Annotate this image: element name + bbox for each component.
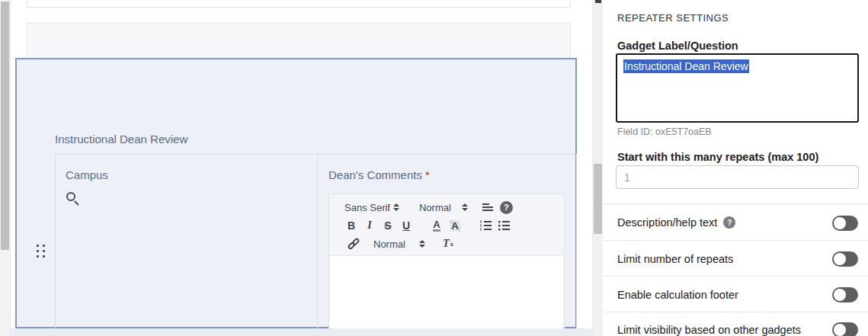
repeat-row: Campus Dean's Comments * Sans Serif Norm…	[55, 154, 577, 336]
font-picker[interactable]: Sans Serif	[344, 202, 390, 213]
bullet-list-icon[interactable]	[495, 218, 513, 233]
repeats-input[interactable]	[616, 165, 859, 189]
highlight-color-button[interactable]: A	[446, 218, 464, 233]
canvas-background	[11, 328, 592, 336]
search-icon[interactable]	[66, 192, 80, 206]
underline-button[interactable]: U	[397, 218, 415, 233]
toggle-limit-visibility[interactable]	[832, 322, 858, 336]
panel-scrollbar[interactable]	[592, 0, 603, 336]
divider	[603, 240, 868, 241]
editor-toolbar-row-1: Sans Serif Normal ?	[329, 198, 564, 216]
selected-repeater-gadget[interactable]: Instructional Dean Review Campus Dean's …	[15, 58, 577, 328]
repeater-settings-panel: REPEATER SETTINGS Gadget Label/Question …	[603, 0, 868, 336]
bold-button[interactable]: B	[342, 218, 360, 233]
campus-field-label: Campus	[66, 168, 108, 181]
repeater-label: Instructional Dean Review	[55, 133, 187, 146]
editor-toolbar-row-2: B I S U A A	[329, 216, 564, 235]
editor-toolbar-row-3: Normal Tx	[329, 235, 564, 253]
toggle-limit-number-of-repeats[interactable]	[832, 251, 858, 267]
size-picker[interactable]: Normal	[419, 202, 451, 213]
header-picker-arrows-icon[interactable]	[419, 240, 425, 248]
repeats-caption: Start with this many repeats (max 100)	[617, 151, 818, 163]
link-icon[interactable]	[344, 236, 363, 251]
gadget-label-caption: Gadget Label/Question	[617, 40, 738, 52]
comments-field-label: Dean's Comments *	[328, 168, 430, 181]
clear-formatting-button[interactable]: Tx	[439, 236, 457, 251]
toggle-label-limit-repeats: Limit number of repeats	[617, 253, 733, 265]
header-picker[interactable]: Normal	[373, 238, 405, 250]
panel-scrollbar-thumb[interactable]	[594, 164, 602, 234]
toggle-label-calculation-footer: Enable calculation footer	[617, 289, 738, 301]
strikethrough-button[interactable]: S	[379, 218, 397, 233]
text-color-button[interactable]: A	[428, 218, 446, 233]
editor-content-area[interactable]	[330, 255, 563, 332]
page-scrollbar[interactable]	[0, 0, 11, 336]
page-scrollbar-thumb[interactable]	[1, 2, 9, 250]
drag-handle-icon[interactable]	[37, 245, 46, 259]
divider	[603, 276, 868, 277]
toggle-description-help-text[interactable]	[832, 216, 858, 231]
field-id-text: Field ID: oxE5T7oaEB	[617, 126, 712, 137]
ordered-list-icon[interactable]	[476, 218, 495, 233]
editor-help-icon[interactable]: ?	[500, 201, 513, 214]
form-builder-app: Campus Dean Review Instructional Dean Re…	[0, 0, 868, 336]
italic-button[interactable]: I	[360, 218, 379, 233]
rich-text-editor[interactable]: Sans Serif Normal ? B I S U	[328, 194, 565, 334]
required-asterisk: *	[425, 168, 430, 181]
size-picker-arrows-icon[interactable]	[462, 203, 468, 211]
column-divider	[317, 155, 318, 336]
divider	[603, 203, 868, 204]
align-icon[interactable]	[482, 203, 494, 212]
selected-text: Instructional Dean Review	[623, 59, 749, 73]
toggle-label-limit-visibility: Limit visibility based on other gadgets	[617, 324, 801, 336]
scrollbar-up-arrow-icon[interactable]	[595, 0, 601, 3]
font-picker-arrows-icon[interactable]	[393, 203, 399, 211]
gadget-label-textarea[interactable]: Instructional Dean Review	[616, 53, 859, 123]
toggle-label-description: Description/help text ?	[617, 216, 735, 229]
toggle-enable-calculation-footer[interactable]	[832, 287, 858, 302]
divider	[603, 312, 868, 312]
panel-title: REPEATER SETTINGS	[617, 12, 729, 24]
previous-form-element[interactable]	[27, 0, 571, 8]
help-icon[interactable]: ?	[723, 216, 735, 229]
